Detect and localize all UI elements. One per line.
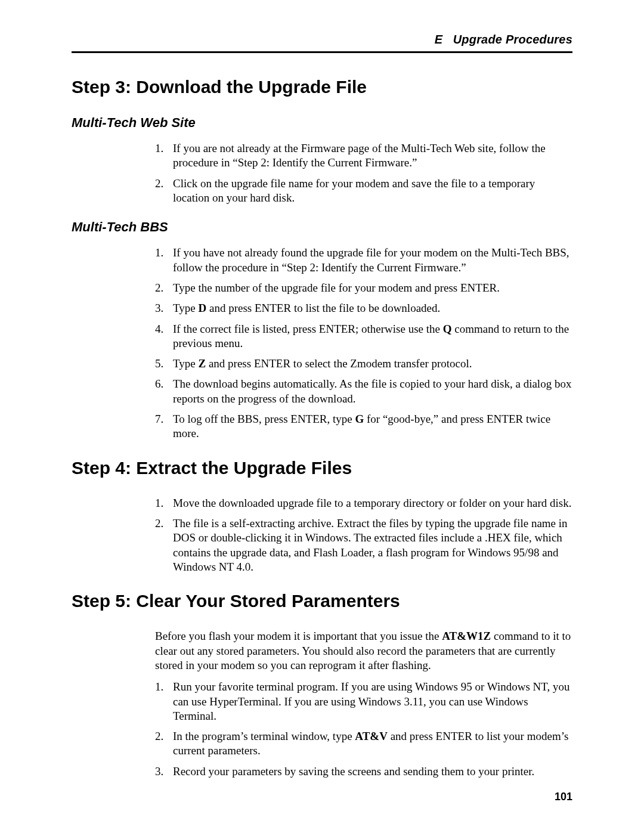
list-item: Type Z and press ENTER to select the Zmo…: [155, 357, 572, 371]
list-item: Type D and press ENTER to list the file …: [155, 301, 572, 315]
paragraph-intro: Before you flash your modem it is import…: [155, 629, 572, 673]
list-text: The file is a self-extracting archive. E…: [173, 517, 568, 573]
list-text-bold: AT&V: [355, 730, 388, 742]
list-text: If you are not already at the Firmware p…: [173, 142, 546, 169]
list-item: In the program’s terminal window, type A…: [155, 729, 572, 758]
list-item: Type the number of the upgrade file for …: [155, 281, 572, 295]
list-text-bold: Q: [443, 323, 452, 335]
list-text-pre: If the correct file is listed, press ENT…: [173, 323, 443, 335]
list-item: To log off the BBS, press ENTER, type G …: [155, 412, 572, 441]
list-text-post: and press ENTER to list the file to be d…: [206, 302, 440, 314]
list-item: If you are not already at the Firmware p…: [155, 141, 572, 171]
list-website: If you are not already at the Firmware p…: [155, 141, 572, 205]
list-text-post: and press ENTER to select the Zmodem tra…: [206, 357, 472, 370]
list-text-bold: G: [355, 413, 364, 425]
heading-multitech-bbs: Multi-Tech BBS: [72, 219, 572, 235]
list-text: Type the number of the upgrade file for …: [173, 281, 500, 294]
list-item: If you have not already found the upgrad…: [155, 246, 572, 275]
list-text: Record your parameters by saving the scr…: [173, 765, 534, 778]
list-item: Run your favorite terminal program. If y…: [155, 680, 572, 723]
list-item: The download begins automatically. As th…: [155, 377, 572, 406]
list-text: Move the downloaded upgrade file to a te…: [173, 497, 572, 509]
list-text-bold: D: [198, 302, 206, 314]
intro-pre: Before you flash your modem it is import…: [155, 630, 442, 642]
list-text-pre: Type: [173, 357, 198, 370]
header-title: Upgrade Procedures: [453, 33, 572, 46]
list-item: If the correct file is listed, press ENT…: [155, 322, 572, 351]
list-item: Record your parameters by saving the scr…: [155, 764, 572, 779]
heading-step-4: Step 4: Extract the Upgrade Files: [72, 458, 572, 478]
page-number: 101: [555, 791, 572, 803]
list-item: Click on the upgrade file name for your …: [155, 176, 572, 206]
list-text-bold: Z: [198, 357, 206, 370]
document-page: E Upgrade Procedures Step 3: Download th…: [0, 0, 644, 779]
list-extract: Move the downloaded upgrade file to a te…: [155, 496, 572, 575]
header-prefix: E: [435, 33, 443, 46]
list-text: Run your favorite terminal program. If y…: [173, 680, 569, 722]
list-text-pre: Type: [173, 302, 198, 314]
heading-multitech-website: Multi-Tech Web Site: [72, 115, 572, 131]
list-text-pre: To log off the BBS, press ENTER, type: [173, 413, 355, 425]
running-header: E Upgrade Procedures: [72, 33, 572, 53]
list-clear: Run your favorite terminal program. If y…: [155, 680, 572, 779]
list-bbs: If you have not already found the upgrad…: [155, 246, 572, 441]
heading-step-5: Step 5: Clear Your Stored Paramenters: [72, 591, 572, 611]
list-text: Click on the upgrade file name for your …: [173, 177, 535, 204]
intro-bold: AT&W1Z: [442, 630, 491, 642]
list-text: The download begins automatically. As th…: [173, 377, 571, 404]
list-text: If you have not already found the upgrad…: [173, 246, 569, 273]
list-text-pre: In the program’s terminal window, type: [173, 730, 355, 742]
heading-step-3: Step 3: Download the Upgrade File: [72, 77, 572, 97]
list-item: Move the downloaded upgrade file to a te…: [155, 496, 572, 510]
list-item: The file is a self-extracting archive. E…: [155, 516, 572, 574]
